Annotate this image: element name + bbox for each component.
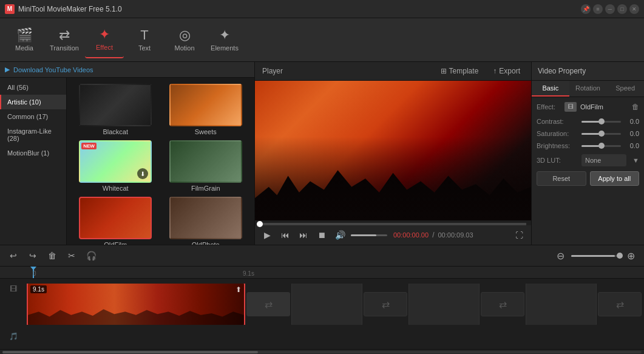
cut-button[interactable]: ✂ xyxy=(63,247,80,264)
ruler-mark-end: 9.1s xyxy=(243,270,254,277)
category-item-instagram[interactable]: Instagram-Like (28) xyxy=(0,124,66,146)
video-track-header: 🎞 xyxy=(0,284,27,294)
app-title: MiniTool MovieMaker Free 5.1.0 xyxy=(18,5,581,13)
lut-value: None xyxy=(585,157,601,164)
prev-frame-button[interactable]: ⏮ xyxy=(278,228,293,242)
play-button[interactable]: ▶ xyxy=(260,228,274,242)
effect-blackcat[interactable]: Blackcat xyxy=(73,84,158,135)
tab-basic[interactable]: Basic xyxy=(532,81,569,97)
timeline-ruler: 0 9.1s xyxy=(0,267,644,279)
category-item-all[interactable]: All (56) xyxy=(0,80,66,95)
effect-label: Effect xyxy=(96,44,113,51)
main-toolbar: 🎬 Media ⇄ Transition ✦ Effect T Text ◎ M… xyxy=(0,18,644,62)
zoom-slider[interactable] xyxy=(571,255,620,257)
titlebar: M MiniTool MovieMaker Free 5.1.0 📌 ≡ ─ □… xyxy=(0,0,644,18)
effect-icon: ✦ xyxy=(99,28,110,41)
audio-button[interactable]: 🎧 xyxy=(83,247,100,264)
video-track-row: 🎞 9.1s ⬆ ⇄ ⇄ ⇄ ⇄ xyxy=(0,281,644,325)
stop-button[interactable]: ⏹ xyxy=(314,228,329,242)
tool-text[interactable]: T Text xyxy=(125,22,164,58)
menu-button[interactable]: ≡ xyxy=(593,4,603,14)
contrast-value: 0.0 xyxy=(625,118,639,125)
category-item-common[interactable]: Common (17) xyxy=(0,109,66,124)
transition-block-1[interactable]: ⇄ xyxy=(246,292,290,316)
elements-label: Elements xyxy=(211,44,239,52)
zoom-fill xyxy=(571,255,615,257)
tool-elements[interactable]: ✦ Elements xyxy=(205,22,244,58)
tool-motion[interactable]: ◎ Motion xyxy=(165,22,204,58)
contrast-slider[interactable] xyxy=(581,121,621,123)
volume-slider[interactable] xyxy=(351,234,387,236)
tree-silhouette xyxy=(255,165,531,220)
category-list: All (56) Artistic (10) Common (17) Insta… xyxy=(0,78,67,245)
video-property-title: Video Property xyxy=(538,67,586,75)
tool-media[interactable]: 🎬 Media xyxy=(5,22,44,58)
effect-oldphoto[interactable]: OldPhoto xyxy=(163,197,249,245)
lut-dropdown-icon[interactable]: ▼ xyxy=(632,157,639,164)
tab-rotation[interactable]: Rotation xyxy=(569,81,607,97)
close-button[interactable]: ✕ xyxy=(629,4,639,14)
zoom-out-icon[interactable]: ⊖ xyxy=(552,247,569,264)
export-button[interactable]: ↑ Export xyxy=(489,66,524,77)
video-clip[interactable]: 9.1s ⬆ xyxy=(27,284,245,325)
app-icon: M xyxy=(5,4,15,14)
undo-button[interactable]: ↩ xyxy=(5,247,22,264)
effect-sweets[interactable]: Sweets xyxy=(163,84,249,135)
reset-button[interactable]: Reset xyxy=(537,171,586,186)
timeline: 0 9.1s 🎞 9.1s ⬆ ⇄ ⇄ ⇄ ⇄ xyxy=(0,267,644,354)
brightness-value: 0.0 xyxy=(625,142,639,149)
saturation-thumb[interactable] xyxy=(598,131,605,137)
property-content: Effect: 🎞 OldFilm 🗑 Contrast: 0.0 Satura… xyxy=(532,97,644,245)
add-video-track-button[interactable]: 🎞 xyxy=(8,284,18,294)
maximize-button[interactable]: □ xyxy=(617,4,627,14)
mute-button[interactable]: 🔊 xyxy=(333,228,347,242)
contrast-thumb[interactable] xyxy=(598,118,605,124)
scroll-track[interactable] xyxy=(2,351,642,353)
fullscreen-button[interactable]: ⛶ xyxy=(512,228,526,242)
player-header-right: ⊞ Template ↑ Export xyxy=(437,66,524,77)
clip-duration-badge: 9.1s xyxy=(30,285,47,293)
effect-whitecat[interactable]: NEW ⬇ Whitecat xyxy=(73,140,158,192)
player-progress-bar[interactable] xyxy=(260,223,526,225)
effect-filmgrain[interactable]: FilmGrain xyxy=(163,140,249,192)
next-frame-button[interactable]: ⏭ xyxy=(296,228,311,242)
effects-area: All (56) Artistic (10) Common (17) Insta… xyxy=(0,78,254,245)
scroll-thumb[interactable] xyxy=(2,351,258,353)
redo-button[interactable]: ↪ xyxy=(24,247,41,264)
audio-track-row: 🎵 xyxy=(0,327,644,345)
ruler-mark-0: 0 xyxy=(33,270,36,277)
minimize-button[interactable]: ─ xyxy=(605,4,615,14)
brightness-thumb[interactable] xyxy=(598,143,605,149)
transition-block-3[interactable]: ⇄ xyxy=(481,292,524,316)
category-item-motionblur[interactable]: MotionBlur (1) xyxy=(0,146,66,160)
brightness-slider[interactable] xyxy=(581,145,621,147)
delete-effect-icon[interactable]: 🗑 xyxy=(632,103,639,111)
effect-oldfilm[interactable]: OldFilm xyxy=(73,197,158,245)
tool-transition[interactable]: ⇄ Transition xyxy=(45,22,84,58)
pin-button[interactable]: 📌 xyxy=(581,4,591,14)
template-icon: ⊞ xyxy=(441,67,447,75)
volume-fill xyxy=(351,234,376,236)
audio-track-header: 🎵 xyxy=(0,331,27,342)
category-item-artistic[interactable]: Artistic (10) xyxy=(0,95,66,109)
transition-block-4[interactable]: ⇄ xyxy=(598,292,642,316)
player-video xyxy=(255,81,531,220)
tool-effect[interactable]: ✦ Effect xyxy=(85,22,124,58)
zoom-in-icon[interactable]: ⊕ xyxy=(622,247,639,264)
delete-button[interactable]: 🗑 xyxy=(44,247,61,264)
empty-clip-1 xyxy=(291,284,362,325)
tab-speed[interactable]: Speed xyxy=(606,81,644,97)
transition-block-2[interactable]: ⇄ xyxy=(364,292,407,316)
apply-all-button[interactable]: Apply to all xyxy=(590,171,640,186)
effect-prop-label: Effect: xyxy=(537,103,561,111)
timeline-tracks: 🎞 9.1s ⬆ ⇄ ⇄ ⇄ ⇄ 🎵 xyxy=(0,279,644,349)
right-panel: Video Property Basic Rotation Speed Effe… xyxy=(532,62,644,245)
saturation-slider[interactable] xyxy=(581,133,621,135)
template-button[interactable]: ⊞ Template xyxy=(437,66,483,77)
time-total: 00:00:09.03 xyxy=(438,231,473,239)
add-audio-track-button[interactable]: 🎵 xyxy=(8,331,19,342)
brightness-label: Brightness: xyxy=(537,142,578,149)
timeline-scrollbar[interactable] xyxy=(0,349,644,354)
download-youtube-bar[interactable]: ▶ Download YouTube Videos xyxy=(0,62,254,78)
effects-grid: Blackcat Sweets NEW ⬇ xyxy=(70,81,251,245)
